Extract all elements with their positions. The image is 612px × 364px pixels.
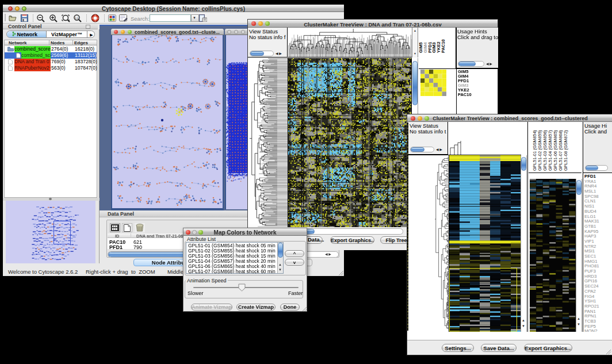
svg-text:1:1: 1:1 [75,17,79,20]
